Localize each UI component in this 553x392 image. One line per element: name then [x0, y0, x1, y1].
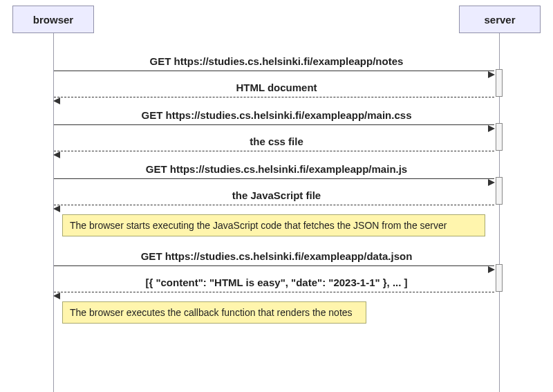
message-get-css: GET https://studies.cs.helsinki.fi/examp… — [62, 109, 491, 121]
message-get-js: GET https://studies.cs.helsinki.fi/examp… — [62, 163, 491, 175]
arrow-get-css — [54, 124, 494, 125]
arrowhead-icon — [53, 97, 60, 104]
arrow-get-json — [54, 265, 494, 266]
activation-server-4 — [496, 264, 503, 292]
activation-server-2 — [496, 123, 503, 151]
arrow-get-notes — [54, 71, 494, 71]
message-html-document: HTML document — [62, 82, 491, 93]
arrowhead-icon — [53, 205, 60, 212]
arrowhead-icon — [53, 292, 60, 299]
arrow-html-document — [54, 97, 494, 97]
note-callback-text: The browser executes the callback functi… — [70, 307, 353, 318]
message-json-payload: [{ "content": "HTML is easy", "date": "2… — [62, 277, 491, 288]
actor-browser: browser — [12, 6, 94, 33]
actor-server-label: server — [484, 14, 515, 26]
arrow-json-payload — [54, 292, 494, 292]
arrowhead-icon — [488, 179, 495, 186]
arrow-js-file — [54, 205, 494, 205]
note-js-execution-text: The browser starts executing the JavaScr… — [70, 220, 447, 231]
arrowhead-icon — [488, 266, 495, 273]
activation-server-1 — [496, 69, 503, 97]
lifeline-browser — [53, 33, 54, 392]
arrowhead-icon — [53, 151, 60, 158]
arrow-css-file — [54, 151, 494, 151]
message-get-notes: GET https://studies.cs.helsinki.fi/examp… — [62, 55, 491, 67]
message-css-file: the css file — [62, 136, 491, 147]
actor-browser-label: browser — [33, 14, 73, 26]
note-js-execution: The browser starts executing the JavaScr… — [62, 214, 485, 236]
arrowhead-icon — [488, 71, 495, 78]
note-callback: The browser executes the callback functi… — [62, 301, 366, 324]
sequence-diagram: browser server GET https://studies.cs.he… — [0, 0, 553, 392]
activation-server-3 — [496, 177, 503, 205]
actor-server: server — [459, 6, 541, 33]
message-get-json: GET https://studies.cs.helsinki.fi/examp… — [62, 250, 491, 262]
message-js-file: the JavaScript file — [62, 189, 491, 201]
arrow-get-js — [54, 178, 494, 179]
arrowhead-icon — [488, 125, 495, 132]
